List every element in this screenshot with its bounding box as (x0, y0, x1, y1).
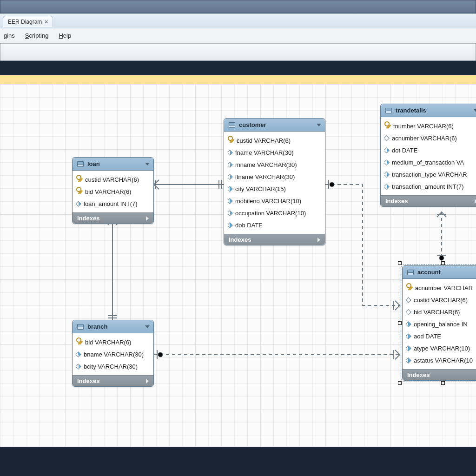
column-label: custid VARCHAR(6) (414, 297, 468, 304)
table-row[interactable]: mobileno VARCHAR(10) (228, 195, 322, 207)
column-label: mname VARCHAR(30) (235, 161, 297, 168)
table-loan[interactable]: loan custid VARCHAR(6) bid VARCHAR(6) lo… (72, 157, 154, 224)
table-row[interactable]: transaction_amount INT(7) (384, 180, 476, 192)
tab-eer-diagram[interactable]: EER Diagram × (3, 16, 53, 27)
foreign-key-icon (406, 297, 411, 303)
notice-banner (0, 75, 476, 84)
indexes-label: Indexes (77, 215, 99, 222)
table-row[interactable]: acnumber VARCHAR (406, 282, 476, 294)
menu-scripting[interactable]: Scripting (25, 32, 49, 39)
chevron-down-icon[interactable] (145, 325, 150, 328)
key-icon (406, 284, 412, 290)
key-icon (76, 176, 82, 182)
table-row[interactable]: loan_amount INT(7) (76, 198, 151, 210)
table-branch[interactable]: branch bid VARCHAR(6) bname VARCHAR(30) … (72, 320, 154, 387)
column-icon (76, 201, 81, 207)
tab-bar: EER Diagram × (0, 13, 476, 28)
table-row[interactable]: bid VARCHAR(6) (406, 306, 476, 318)
chevron-down-icon[interactable] (145, 163, 150, 165)
column-icon (228, 150, 233, 156)
column-label: medium_of_transaction VA (392, 159, 464, 166)
indexes-label: Indexes (385, 198, 408, 205)
table-row[interactable]: dot DATE (384, 144, 476, 156)
column-label: astatus VARCHAR(10 (414, 357, 473, 364)
column-icon (384, 147, 390, 153)
table-header[interactable]: customer (224, 119, 325, 132)
table-row[interactable]: occupation VARCHAR(10) (228, 207, 322, 219)
table-row[interactable]: custid VARCHAR(6) (76, 173, 151, 185)
indexes-toggle[interactable]: Indexes (73, 212, 153, 224)
table-row[interactable]: atype VARCHAR(10) (406, 342, 476, 354)
column-label: city VARCHAR(15) (235, 185, 286, 192)
table-row[interactable]: fname VARCHAR(30) (228, 146, 322, 159)
dark-ribbon (0, 61, 476, 75)
column-label: dob DATE (235, 222, 263, 229)
table-account[interactable]: account acnumber VARCHAR custid VARCHAR(… (402, 265, 476, 381)
table-row[interactable]: dob DATE (228, 219, 322, 231)
close-icon[interactable]: × (45, 19, 48, 25)
table-row[interactable]: bcity VARCHAR(30) (76, 360, 151, 372)
column-label: tnumber VARCHAR(6) (393, 123, 454, 130)
table-row[interactable]: aod DATE (406, 330, 476, 342)
chevron-right-icon (146, 216, 149, 221)
table-row[interactable]: custid VARCHAR(6) (228, 134, 322, 146)
column-icon (406, 321, 411, 327)
column-label: bid VARCHAR(6) (85, 188, 131, 195)
foreign-key-icon (406, 309, 411, 315)
table-columns: custid VARCHAR(6) bid VARCHAR(6) loan_am… (73, 171, 153, 212)
table-icon (385, 108, 392, 113)
column-icon (76, 364, 81, 370)
menu-help[interactable]: Help (59, 32, 71, 39)
table-customer[interactable]: customer custid VARCHAR(6) fname VARCHAR… (224, 118, 325, 245)
table-row[interactable]: tnumber VARCHAR(6) (384, 120, 476, 132)
column-label: bcity VARCHAR(30) (84, 363, 138, 370)
table-title: account (417, 269, 441, 276)
indexes-toggle[interactable]: Indexes (403, 369, 476, 380)
table-row[interactable]: acnumber VARCHAR(6) (384, 132, 476, 144)
diagram-canvas[interactable]: loan custid VARCHAR(6) bid VARCHAR(6) lo… (0, 84, 476, 447)
table-row[interactable]: custid VARCHAR(6) (406, 294, 476, 306)
table-columns: acnumber VARCHAR custid VARCHAR(6) bid V… (403, 279, 476, 369)
chevron-down-icon[interactable] (317, 124, 321, 126)
table-row[interactable]: astatus VARCHAR(10 (406, 354, 476, 366)
table-title: trandetails (396, 107, 426, 114)
column-icon (384, 184, 390, 190)
menu-plugins-partial[interactable]: gins (4, 32, 15, 39)
table-row[interactable]: opening_balance IN (406, 318, 476, 330)
column-icon (384, 172, 390, 178)
column-label: bname VARCHAR(30) (84, 351, 144, 358)
table-trandetails[interactable]: trandetails tnumber VARCHAR(6) acnumber … (380, 104, 476, 207)
table-header[interactable]: trandetails (381, 104, 476, 117)
svg-point-3 (158, 352, 163, 357)
indexes-toggle[interactable]: Indexes (381, 195, 476, 206)
table-row[interactable]: bname VARCHAR(30) (76, 348, 151, 360)
indexes-toggle[interactable]: Indexes (224, 234, 325, 245)
chevron-down-icon[interactable] (474, 109, 476, 112)
table-columns: bid VARCHAR(6) bname VARCHAR(30) bcity V… (73, 333, 153, 375)
table-row[interactable]: city VARCHAR(15) (228, 183, 322, 195)
column-label: mobileno VARCHAR(10) (235, 198, 301, 205)
menu-scripting-rest: cripting (29, 32, 49, 39)
table-header[interactable]: loan (73, 158, 153, 171)
key-icon (384, 123, 390, 128)
indexes-toggle[interactable]: Indexes (73, 375, 153, 386)
toolbar-blurred (0, 43, 476, 61)
column-icon (384, 159, 390, 165)
table-header[interactable]: account (403, 266, 476, 279)
table-row[interactable]: bid VARCHAR(6) (76, 185, 151, 198)
column-label: custid VARCHAR(6) (85, 176, 139, 183)
chevron-right-icon (317, 238, 320, 242)
column-label: loan_amount INT(7) (84, 200, 138, 207)
table-row[interactable]: transaction_type VARCHAR (384, 168, 476, 180)
table-row[interactable]: medium_of_transaction VA (384, 156, 476, 168)
column-icon (228, 222, 233, 228)
column-icon (406, 345, 411, 351)
column-icon (228, 162, 233, 168)
table-row[interactable]: ltname VARCHAR(30) (228, 171, 322, 183)
table-row[interactable]: bid VARCHAR(6) (76, 336, 151, 348)
column-label: ltname VARCHAR(30) (235, 173, 295, 180)
bottom-ribbon (0, 447, 476, 476)
table-row[interactable]: mname VARCHAR(30) (228, 159, 322, 171)
svg-point-4 (439, 256, 444, 260)
table-header[interactable]: branch (73, 320, 153, 333)
